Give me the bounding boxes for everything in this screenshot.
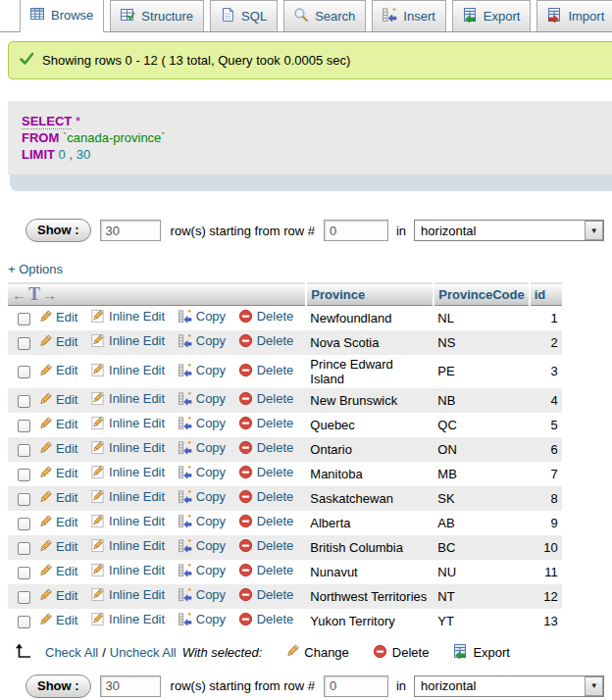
- row-checkbox[interactable]: [18, 337, 30, 350]
- copy-link[interactable]: Copy: [178, 514, 226, 528]
- uncheck-all-link[interactable]: Uncheck All: [110, 645, 177, 660]
- copy-row-icon: [178, 514, 192, 528]
- row-checkbox[interactable]: [18, 518, 30, 530]
- inline-edit-link[interactable]: Inline Edit: [90, 333, 165, 348]
- inline-edit-link[interactable]: Inline Edit: [90, 309, 165, 324]
- delete-link[interactable]: Delete: [238, 612, 294, 626]
- inline-edit-link[interactable]: Inline Edit: [90, 465, 165, 479]
- export-selected-button[interactable]: Export: [452, 643, 510, 662]
- row-checkbox[interactable]: [18, 395, 30, 408]
- start-row-input[interactable]: [324, 675, 388, 697]
- row-checkbox[interactable]: [18, 469, 30, 481]
- pagination-top: Show : row(s) starting from row # in hor…: [26, 219, 612, 242]
- success-check-icon: [19, 51, 34, 70]
- copy-link[interactable]: Copy: [178, 465, 226, 479]
- copy-label: Copy: [196, 391, 226, 406]
- row-checkbox[interactable]: [18, 567, 30, 579]
- copy-link[interactable]: Copy: [178, 333, 226, 348]
- edit-link[interactable]: Edit: [38, 392, 77, 407]
- column-header-province[interactable]: Province: [306, 283, 434, 306]
- edit-link[interactable]: Edit: [38, 539, 77, 554]
- options-toggle-link[interactable]: + Options: [8, 262, 63, 276]
- edit-link[interactable]: Edit: [38, 613, 77, 627]
- copy-link[interactable]: Copy: [178, 309, 226, 324]
- num-rows-input[interactable]: [100, 675, 161, 697]
- show-button[interactable]: Show :: [26, 219, 91, 242]
- row-checkbox[interactable]: [18, 542, 30, 555]
- delete-link[interactable]: Delete: [238, 563, 294, 577]
- column-header-provincecode[interactable]: ProvinceCode: [434, 283, 529, 306]
- tab-browse[interactable]: Browse: [20, 0, 104, 32]
- copy-link[interactable]: Copy: [178, 538, 226, 553]
- row-checkbox[interactable]: [18, 616, 30, 628]
- edit-link[interactable]: Edit: [38, 417, 77, 431]
- copy-link[interactable]: Copy: [178, 612, 226, 626]
- delete-label: Delete: [257, 309, 294, 324]
- edit-link[interactable]: Edit: [38, 564, 77, 578]
- inline-edit-icon: [90, 514, 105, 528]
- delete-selected-button[interactable]: Delete: [373, 644, 430, 662]
- row-checkbox[interactable]: [18, 591, 30, 604]
- inline-edit-link[interactable]: Inline Edit: [90, 587, 165, 602]
- column-header-id[interactable]: id: [530, 283, 562, 306]
- num-rows-input[interactable]: [100, 220, 161, 241]
- copy-link[interactable]: Copy: [178, 563, 226, 577]
- delete-link[interactable]: Delete: [238, 333, 294, 348]
- display-mode-select[interactable]: horizontal ▼: [414, 220, 604, 241]
- start-row-input[interactable]: [324, 220, 388, 241]
- delete-link[interactable]: Delete: [238, 363, 294, 377]
- inline-edit-link[interactable]: Inline Edit: [90, 514, 165, 528]
- inline-edit-link[interactable]: Inline Edit: [90, 489, 165, 504]
- display-mode-select[interactable]: horizontal ▼: [414, 675, 604, 697]
- inline-edit-link[interactable]: Inline Edit: [90, 563, 165, 577]
- edit-link[interactable]: Edit: [38, 310, 77, 325]
- edit-link[interactable]: Edit: [38, 490, 77, 505]
- delete-link[interactable]: Delete: [238, 309, 294, 324]
- delete-link[interactable]: Delete: [238, 440, 294, 455]
- check-all-link[interactable]: Check All: [45, 645, 98, 660]
- delete-link[interactable]: Delete: [238, 587, 294, 602]
- inline-edit-link[interactable]: Inline Edit: [90, 538, 165, 553]
- row-checkbox[interactable]: [18, 366, 30, 378]
- delete-link[interactable]: Delete: [238, 391, 294, 406]
- copy-link[interactable]: Copy: [178, 363, 226, 377]
- change-button[interactable]: Change: [285, 644, 349, 661]
- inline-edit-link[interactable]: Inline Edit: [90, 612, 165, 626]
- cell-provincecode: NS: [434, 330, 529, 355]
- edit-link[interactable]: Edit: [38, 441, 77, 456]
- fulltext-toggle-icon[interactable]: ←T→: [12, 286, 57, 303]
- delete-link[interactable]: Delete: [238, 465, 294, 479]
- row-checkbox[interactable]: [18, 493, 30, 506]
- tab-import[interactable]: Import: [536, 0, 612, 31]
- tab-sql[interactable]: SQL: [210, 0, 278, 31]
- inline-edit-link[interactable]: Inline Edit: [90, 363, 165, 377]
- tab-export[interactable]: Export: [452, 0, 532, 31]
- copy-link[interactable]: Copy: [178, 440, 226, 455]
- inline-edit-link[interactable]: Inline Edit: [90, 391, 165, 406]
- edit-link[interactable]: Edit: [38, 588, 77, 603]
- row-checkbox[interactable]: [18, 444, 30, 457]
- show-button[interactable]: Show :: [26, 675, 91, 698]
- export-selected-label: Export: [473, 645, 510, 660]
- edit-link[interactable]: Edit: [38, 515, 77, 529]
- delete-link[interactable]: Delete: [238, 416, 294, 430]
- copy-link[interactable]: Copy: [178, 391, 226, 406]
- delete-link[interactable]: Delete: [238, 538, 294, 553]
- row-checkbox[interactable]: [18, 420, 30, 432]
- tab-structure[interactable]: Structure: [110, 0, 204, 31]
- delete-link[interactable]: Delete: [238, 514, 294, 528]
- import-icon: [546, 7, 562, 25]
- pencil-icon: [38, 364, 52, 377]
- copy-link[interactable]: Copy: [178, 489, 226, 504]
- edit-link[interactable]: Edit: [38, 334, 77, 349]
- copy-link[interactable]: Copy: [178, 416, 226, 430]
- inline-edit-link[interactable]: Inline Edit: [90, 416, 165, 430]
- edit-link[interactable]: Edit: [38, 363, 77, 377]
- edit-link[interactable]: Edit: [38, 466, 77, 480]
- tab-search[interactable]: Search: [283, 0, 366, 31]
- delete-link[interactable]: Delete: [238, 489, 294, 504]
- copy-link[interactable]: Copy: [178, 587, 226, 602]
- inline-edit-link[interactable]: Inline Edit: [90, 440, 165, 455]
- row-checkbox[interactable]: [18, 313, 30, 325]
- tab-insert[interactable]: Insert: [372, 0, 446, 31]
